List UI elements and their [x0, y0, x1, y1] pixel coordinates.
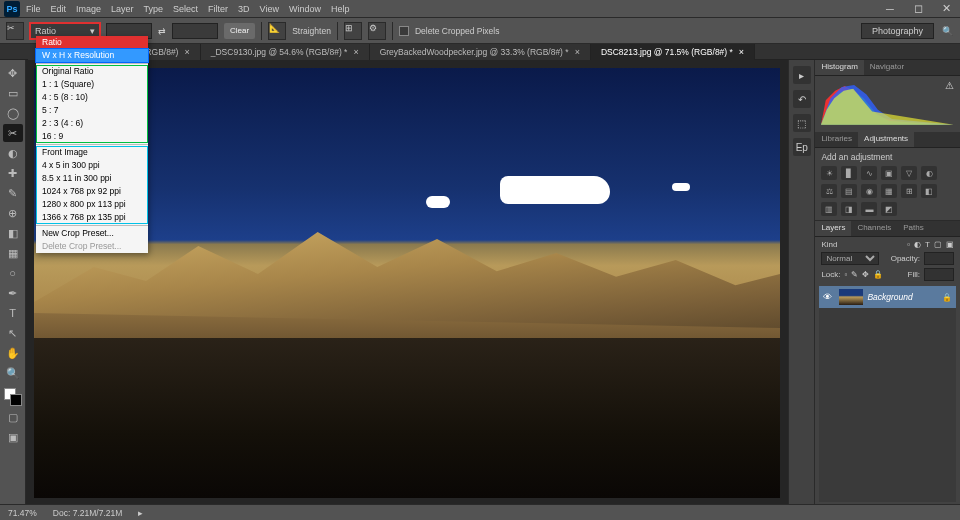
close-icon[interactable]: × [739, 47, 744, 57]
menu-image[interactable]: Image [76, 4, 101, 14]
eraser-tool[interactable]: ◧ [3, 224, 23, 242]
lock-pos-icon[interactable]: ✥ [862, 270, 869, 279]
maximize-button[interactable]: ◻ [904, 0, 932, 18]
preset-front-image[interactable]: Front Image [36, 146, 148, 159]
screenmode-tool[interactable]: ▣ [3, 428, 23, 446]
tab-1[interactable]: _DSC9130.jpg @ 54.6% (RGB/8#) *× [201, 44, 370, 60]
hand-tool[interactable]: ✋ [3, 344, 23, 362]
straighten-icon[interactable]: 📐 [268, 22, 286, 40]
adjustments-tab[interactable]: Adjustments [858, 132, 914, 147]
preset-original[interactable]: Original Ratio [36, 65, 148, 78]
menu-view[interactable]: View [260, 4, 279, 14]
layers-tab[interactable]: Layers [815, 221, 851, 236]
move-tool[interactable]: ✥ [3, 64, 23, 82]
filter-smart-icon[interactable]: ▣ [946, 240, 954, 249]
lookup-icon[interactable]: ⊞ [901, 184, 917, 198]
brush-tool[interactable]: ✎ [3, 184, 23, 202]
brightness-icon[interactable]: ☀ [821, 166, 837, 180]
dodge-tool[interactable]: ○ [3, 264, 23, 282]
preset-size-1[interactable]: 8.5 x 11 in 300 ppi [36, 172, 148, 185]
stamp-tool[interactable]: ⊕ [3, 204, 23, 222]
preset-size-4[interactable]: 1366 x 768 px 135 ppi [36, 211, 148, 224]
colorbal-icon[interactable]: ⚖ [821, 184, 837, 198]
menu-3d[interactable]: 3D [238, 4, 250, 14]
close-icon[interactable]: × [575, 47, 580, 57]
preset-4-5[interactable]: 4 : 5 (8 : 10) [36, 91, 148, 104]
search-icon[interactable]: 🔍 [940, 26, 954, 36]
visibility-icon[interactable]: 👁 [823, 292, 835, 302]
preset-5-7[interactable]: 5 : 7 [36, 104, 148, 117]
ep-icon[interactable]: Ep [793, 138, 811, 156]
preset-size-0[interactable]: 4 x 5 in 300 ppi [36, 159, 148, 172]
fill-input[interactable] [924, 268, 954, 281]
lock-all-icon[interactable]: 🔒 [873, 270, 883, 279]
channels-tab[interactable]: Channels [851, 221, 897, 236]
bw-icon[interactable]: ▤ [841, 184, 857, 198]
eyedropper-tool[interactable]: ◐ [3, 144, 23, 162]
marquee-tool[interactable]: ▭ [3, 84, 23, 102]
gradmap-icon[interactable]: ▬ [861, 202, 877, 216]
zoom-tool[interactable]: 🔍 [3, 364, 23, 382]
vibrance-icon[interactable]: ▽ [901, 166, 917, 180]
menu-select[interactable]: Select [173, 4, 198, 14]
pen-tool[interactable]: ✒ [3, 284, 23, 302]
photo-icon[interactable]: ◉ [861, 184, 877, 198]
mixer-icon[interactable]: ▦ [881, 184, 897, 198]
status-arrow-icon[interactable]: ▸ [138, 508, 143, 518]
exposure-icon[interactable]: ▣ [881, 166, 897, 180]
filter-shape-icon[interactable]: ▢ [934, 240, 942, 249]
expand-icon[interactable]: ▸ [793, 66, 811, 84]
invert-icon[interactable]: ◧ [921, 184, 937, 198]
filter-pixel-icon[interactable]: ▫ [907, 240, 910, 249]
actions-icon[interactable]: ⬚ [793, 114, 811, 132]
close-icon[interactable]: × [353, 47, 358, 57]
tab-2[interactable]: GreyBackedWoodpecker.jpg @ 33.3% (RGB/8#… [370, 44, 591, 60]
minimize-button[interactable]: ─ [876, 0, 904, 18]
lasso-tool[interactable]: ◯ [3, 104, 23, 122]
preset-size-3[interactable]: 1280 x 800 px 113 ppi [36, 198, 148, 211]
filter-adj-icon[interactable]: ◐ [914, 240, 921, 249]
color-swatch[interactable] [4, 388, 22, 406]
overlay-icon[interactable]: ⊞ [344, 22, 362, 40]
height-input[interactable] [172, 23, 218, 39]
gradient-tool[interactable]: ▦ [3, 244, 23, 262]
healing-tool[interactable]: ✚ [3, 164, 23, 182]
menu-file[interactable]: File [26, 4, 41, 14]
curves-icon[interactable]: ∿ [861, 166, 877, 180]
navigator-tab[interactable]: Navigator [864, 60, 910, 75]
layer-thumbnail[interactable] [839, 289, 863, 305]
libraries-tab[interactable]: Libraries [815, 132, 858, 147]
new-crop-preset[interactable]: New Crop Preset... [36, 227, 148, 240]
selective-icon[interactable]: ◩ [881, 202, 897, 216]
settings-icon[interactable]: ⚙ [368, 22, 386, 40]
path-tool[interactable]: ↖ [3, 324, 23, 342]
delete-cropped-checkbox[interactable] [399, 26, 409, 36]
menu-edit[interactable]: Edit [51, 4, 67, 14]
doc-size[interactable]: Doc: 7.21M/7.21M [53, 508, 122, 518]
paths-tab[interactable]: Paths [897, 221, 929, 236]
history-icon[interactable]: ↶ [793, 90, 811, 108]
menu-layer[interactable]: Layer [111, 4, 134, 14]
close-icon[interactable]: × [184, 47, 189, 57]
blend-mode[interactable]: Normal [821, 252, 879, 265]
preset-size-2[interactable]: 1024 x 768 px 92 ppi [36, 185, 148, 198]
clear-button[interactable]: Clear [224, 23, 255, 39]
poster-icon[interactable]: ▥ [821, 202, 837, 216]
warning-icon[interactable]: ⚠ [945, 80, 954, 91]
levels-icon[interactable]: ▊ [841, 166, 857, 180]
lock-trans-icon[interactable]: ▫ [845, 270, 848, 279]
preset-1-1[interactable]: 1 : 1 (Square) [36, 78, 148, 91]
close-button[interactable]: ✕ [932, 0, 960, 18]
threshold-icon[interactable]: ◨ [841, 202, 857, 216]
type-tool[interactable]: T [3, 304, 23, 322]
menu-filter[interactable]: Filter [208, 4, 228, 14]
workspace-selector[interactable]: Photography [861, 23, 934, 39]
preset-16-9[interactable]: 16 : 9 [36, 130, 148, 143]
preset-2-3[interactable]: 2 : 3 (4 : 6) [36, 117, 148, 130]
quickmask-tool[interactable]: ▢ [3, 408, 23, 426]
swap-icon[interactable]: ⇄ [158, 26, 166, 36]
filter-type-icon[interactable]: T [925, 240, 930, 249]
menu-window[interactable]: Window [289, 4, 321, 14]
layer-background[interactable]: 👁 Background 🔒 [819, 286, 956, 308]
menu-type[interactable]: Type [144, 4, 164, 14]
